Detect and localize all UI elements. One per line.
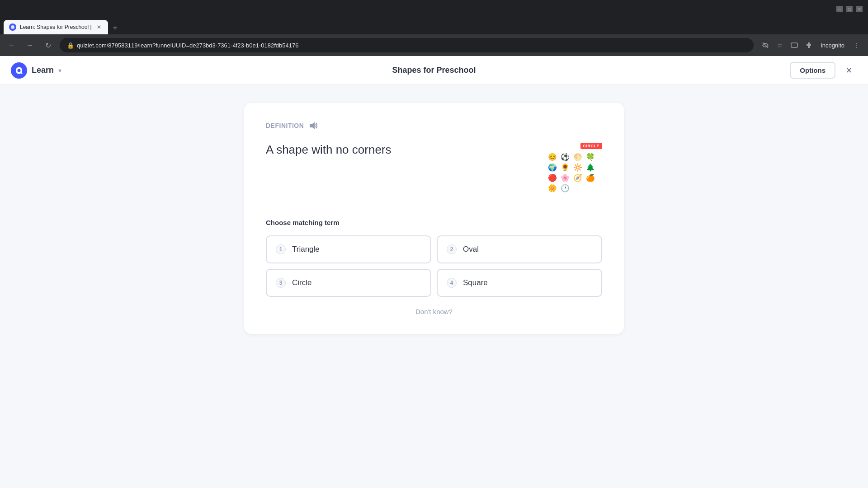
bookmark-star-icon[interactable]: ☆ (774, 39, 786, 52)
active-tab[interactable]: Learn: Shapes for Preschool | ✕ (4, 20, 108, 34)
svg-point-3 (18, 69, 21, 72)
minimize-button[interactable]: ─ (836, 6, 843, 12)
answer-text-1: Triangle (292, 245, 320, 254)
audio-button[interactable] (308, 121, 317, 130)
browser-menu-button[interactable]: ⋮ (850, 39, 863, 52)
eye-slash-icon[interactable] (759, 39, 772, 52)
learn-mode-label: Learn (32, 66, 54, 75)
definition-label: Definition (266, 122, 304, 129)
browser-chrome: ─ □ ✕ Learn: Shapes for Preschool | ✕ + … (0, 0, 868, 56)
svg-marker-4 (310, 122, 315, 129)
emoji-12: 🍊 (586, 174, 597, 182)
emoji-14: 🕐 (561, 184, 571, 192)
main-content: Definition A shape with no corners CIRCL… (0, 85, 868, 488)
answer-text-4: Square (463, 278, 488, 287)
address-url[interactable]: 🔒 quizlet.com/879583119/learn?funnelUUID… (60, 38, 754, 52)
answer-number-2: 2 (447, 244, 457, 254)
app-header: Learn ▾ Shapes for Preschool Options × (0, 56, 868, 85)
profile-icon[interactable] (788, 39, 801, 52)
emoji-4: 🍀 (586, 153, 597, 161)
incognito-label: Incognito (817, 42, 848, 49)
header-left: Learn ▾ (11, 62, 61, 79)
window-close-button[interactable]: ✕ (856, 6, 863, 12)
forward-button[interactable]: → (24, 39, 36, 52)
dont-know-link[interactable]: Don't know? (415, 308, 453, 315)
answer-option-3[interactable]: 3 Circle (266, 269, 431, 297)
emoji-6: 🌻 (561, 163, 571, 172)
maximize-button[interactable]: □ (846, 6, 853, 12)
answers-grid: 1 Triangle 2 Oval 3 Circle 4 Square (266, 235, 602, 297)
mode-dropdown-arrow[interactable]: ▾ (58, 67, 61, 74)
answer-option-4[interactable]: 4 Square (437, 269, 602, 297)
url-text: quizlet.com/879583119/learn?funnelUUID=d… (77, 42, 298, 49)
lock-icon: 🔒 (67, 42, 74, 49)
answer-number-3: 3 (276, 278, 286, 288)
definition-content: A shape with no corners CIRCLE 😊 ⚽ 🌕 🍀 🌍… (266, 143, 602, 197)
svg-rect-1 (791, 43, 797, 47)
definition-text: A shape with no corners (266, 143, 548, 157)
answer-number-4: 4 (447, 278, 457, 288)
address-bar: ← → ↻ 🔒 quizlet.com/879583119/learn?funn… (0, 34, 868, 56)
emoji-grid: 😊 ⚽ 🌕 🍀 🌍 🌻 🔆 🌲 🔴 🌸 🧭 🍊 🌼 🕐 (548, 143, 602, 192)
svg-point-0 (11, 25, 14, 29)
answer-text-3: Circle (292, 278, 311, 287)
close-button[interactable]: × (841, 62, 857, 79)
question-card: Definition A shape with no corners CIRCL… (244, 103, 624, 334)
answer-text-2: Oval (463, 245, 479, 254)
tab-close-button[interactable]: ✕ (95, 23, 103, 31)
image-container: CIRCLE 😊 ⚽ 🌕 🍀 🌍 🌻 🔆 🌲 🔴 🌸 🧭 🍊 🌼 🕐 (548, 143, 602, 188)
reload-button[interactable]: ↻ (42, 39, 54, 52)
dont-know-section: Don't know? (266, 308, 602, 316)
emoji-7: 🔆 (573, 163, 584, 172)
extension-icon[interactable] (802, 39, 815, 52)
toolbar-icons: ☆ Incognito ⋮ (759, 39, 863, 52)
window-controls-right: ─ □ ✕ (836, 6, 863, 12)
quizlet-logo (11, 62, 27, 79)
emoji-10: 🌸 (561, 174, 571, 182)
emoji-3: 🌕 (573, 153, 584, 161)
tab-favicon (9, 23, 16, 31)
emoji-13: 🌼 (548, 184, 559, 192)
image-badge: CIRCLE (580, 143, 603, 149)
definition-header: Definition (266, 121, 602, 130)
answer-option-2[interactable]: 2 Oval (437, 235, 602, 263)
title-bar: ─ □ ✕ (0, 0, 868, 18)
answer-option-1[interactable]: 1 Triangle (266, 235, 431, 263)
emoji-2: ⚽ (561, 153, 571, 161)
new-tab-button[interactable]: + (109, 22, 122, 34)
header-right: Options × (790, 62, 857, 79)
emoji-11: 🧭 (573, 174, 584, 182)
header-title: Shapes for Preschool (392, 66, 476, 75)
emoji-8: 🌲 (586, 163, 597, 172)
emoji-9: 🔴 (548, 174, 559, 182)
choose-label: Choose matching term (266, 219, 602, 226)
tab-bar: Learn: Shapes for Preschool | ✕ + (0, 18, 868, 34)
options-button[interactable]: Options (790, 62, 835, 79)
answer-number-1: 1 (276, 244, 286, 254)
back-button[interactable]: ← (5, 39, 18, 52)
emoji-1: 😊 (548, 153, 559, 161)
emoji-5: 🌍 (548, 163, 559, 172)
tab-title: Learn: Shapes for Preschool | (20, 24, 92, 30)
